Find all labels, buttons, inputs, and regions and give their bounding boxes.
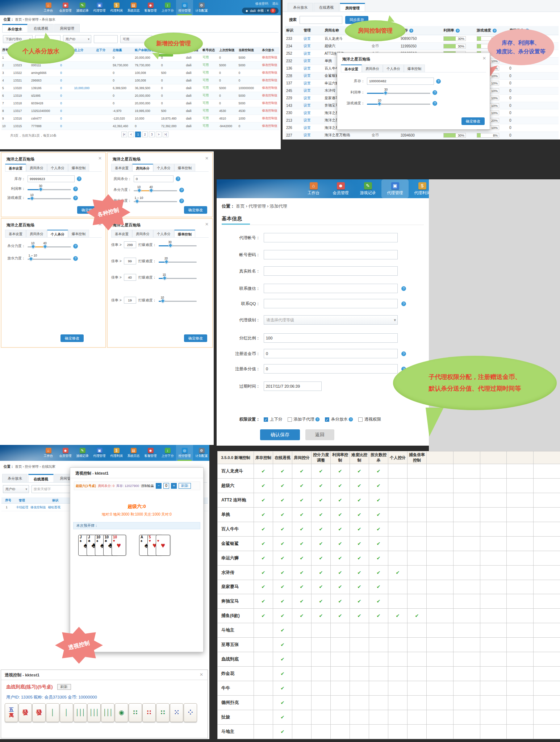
stock-input[interactable]: 100000482 <box>367 78 434 85</box>
close-icon[interactable]: ✕ <box>200 672 203 677</box>
help-icon[interactable]: ? <box>73 256 78 261</box>
settings-link[interactable]: 设置 <box>302 95 323 102</box>
cell[interactable]: 修改控制值 <box>261 115 279 122</box>
nav-item-控分管理[interactable]: ◎控分管理 <box>176 445 193 461</box>
cell[interactable]: 0 <box>59 69 73 77</box>
confirm-modify-button[interactable]: 确定修改 <box>461 117 485 125</box>
close-icon[interactable]: ✕ <box>482 56 486 61</box>
close-icon[interactable]: ✕ <box>205 156 209 161</box>
room-search-input[interactable] <box>300 16 342 24</box>
field-代理级别[interactable]: 请选择代理等级 <box>264 315 398 325</box>
tab-杀分放水[interactable]: 杀分放水 <box>2 24 28 32</box>
breadcrumb-section[interactable]: 代理管理 <box>248 204 266 209</box>
force-value[interactable]: 0 <box>163 483 169 489</box>
tab-个人杀分[interactable]: 个人杀分 <box>47 230 68 237</box>
user-id-select[interactable]: 用户ID <box>3 485 29 493</box>
breadcrumb-section[interactable]: 控分管理 <box>25 464 39 468</box>
tab-基本设置[interactable]: 基本设置 <box>5 230 26 237</box>
help-icon[interactable]: ? <box>179 188 184 192</box>
nav-item-游戏记录[interactable]: ✎游戏记录 <box>354 179 381 198</box>
nav-item-计划配置[interactable]: ⚙计划配置 <box>193 445 209 461</box>
page-button->[interactable]: > <box>156 132 162 137</box>
nav-item-会员管理[interactable]: ☻会员管理 <box>57 445 74 461</box>
confirm-modify-button[interactable]: 确定修改 <box>184 334 207 342</box>
page-button-1[interactable]: 1 <box>135 132 141 137</box>
cell[interactable]: 0 <box>59 107 73 115</box>
nav-item-控分管理[interactable]: ◎控分管理 <box>176 0 193 15</box>
kill-strength-slider[interactable]: 1040 <box>28 243 71 249</box>
keyword-input[interactable]: 搜索关键字 <box>32 485 71 493</box>
cell[interactable]: 0 <box>59 115 73 122</box>
checkbox[interactable] <box>358 417 363 422</box>
nav-item-客服管理[interactable]: ☻客服管理 <box>142 445 159 461</box>
tab-房间杀分[interactable]: 房间杀分 <box>362 64 383 72</box>
cell[interactable]: 0 <box>59 62 73 69</box>
water-strength-slider[interactable]: 1 – 10 <box>134 198 177 203</box>
tab-基本设置[interactable]: 基本设置 <box>111 230 132 237</box>
tab-基本设置[interactable]: 基本设置 <box>111 164 132 171</box>
tab-爆率控制[interactable]: 爆率控制 <box>68 164 89 171</box>
perm-透视权限[interactable]: 透视权限 <box>358 417 381 422</box>
help-icon[interactable]: ? <box>436 79 441 84</box>
nav-item-游戏记录[interactable]: ✎游戏记录 <box>74 445 91 461</box>
force-plus-button[interactable]: + <box>171 483 177 489</box>
cell[interactable]: 修改控制值 <box>261 92 279 100</box>
tab-爆率控制[interactable]: 爆率控制 <box>174 164 195 171</box>
tab-房间杀分[interactable]: 房间杀分 <box>26 164 47 171</box>
nav-item-代理利润[interactable]: $代理利润 <box>409 179 429 198</box>
tab-杀分放水[interactable]: 杀分放水 <box>288 3 313 11</box>
settings-link[interactable]: 设置 <box>302 109 323 117</box>
settings-link[interactable]: 设置 <box>302 35 323 43</box>
row-link-梭哈透视[interactable]: 梭哈透视 <box>48 505 60 510</box>
cell[interactable]: 修改控制值 <box>261 77 279 84</box>
cell[interactable]: 修改控制值 <box>261 84 279 92</box>
nav-item-代理利润[interactable]: $代理利润 <box>108 445 125 461</box>
breadcrumb-home[interactable]: 首页 <box>15 17 22 21</box>
tab-在线透视[interactable]: 在线透视 <box>28 474 54 482</box>
page-button->|[interactable]: >| <box>163 132 168 137</box>
breadcrumb-section[interactable]: 控分管理 <box>25 17 39 21</box>
help-icon[interactable]: ? <box>493 29 497 33</box>
help-icon[interactable]: ? <box>349 417 353 422</box>
close-icon[interactable]: ✕ <box>98 156 102 161</box>
tab-爆率控制[interactable]: 爆率控制 <box>68 230 89 237</box>
nav-item-上分下分[interactable]: ↕上分下分 <box>159 0 176 15</box>
water-strength-slider[interactable]: 1 – 10 <box>28 256 71 261</box>
nav-item-代理管理[interactable]: ▣代理管理 <box>91 445 108 461</box>
checkbox[interactable]: ✓ <box>325 417 329 422</box>
confirm-modify-button[interactable]: 确定修改 <box>184 206 207 214</box>
settings-link[interactable]: 设置 <box>302 65 323 72</box>
help-icon[interactable]: ? <box>77 176 82 181</box>
field-真实姓名[interactable] <box>264 266 398 276</box>
nav-item-系统日志[interactable]: ▤系统日志 <box>125 0 142 15</box>
row-link-修改控制值[interactable]: 修改控制值 <box>30 505 46 510</box>
cell[interactable]: 修改控制值 <box>261 69 279 77</box>
field-分红比例[interactable]: 100 <box>264 333 398 343</box>
burst-difficulty-slider[interactable]: 20 <box>159 259 197 264</box>
difficulty-slider[interactable]: 10 <box>28 195 71 200</box>
tab-房间杀分[interactable]: 房间杀分 <box>26 230 47 237</box>
help-icon[interactable]: ? <box>401 351 406 356</box>
back-button[interactable]: 返回 <box>305 429 334 440</box>
nav-item-上分下分[interactable]: ↕上分下分 <box>159 445 176 461</box>
settings-link[interactable]: 设置 <box>302 102 323 109</box>
field-代理帐号[interactable] <box>264 233 398 242</box>
tab-房间杀分[interactable]: 房间杀分 <box>132 230 153 237</box>
settings-link[interactable]: 设置 <box>302 80 323 87</box>
change-password-link[interactable]: 修改密码 <box>255 2 268 5</box>
tab-爆率控制[interactable]: 爆率控制 <box>404 64 425 72</box>
settings-link[interactable]: 设置 <box>302 72 323 80</box>
burst-difficulty-slider[interactable]: 10 <box>159 298 197 303</box>
tab-基本设置[interactable]: 基本设置 <box>341 64 362 72</box>
page-button-<[interactable]: < <box>128 132 134 137</box>
help-icon[interactable]: ? <box>73 196 78 200</box>
room-kill-input[interactable]: 0 <box>134 175 174 182</box>
tab-在线透视[interactable]: 在线透视 <box>28 24 54 32</box>
refresh-button[interactable]: 刷新 <box>179 483 191 489</box>
nav-item-游戏记录[interactable]: ✎游戏记录 <box>74 0 91 15</box>
nav-item-工作台[interactable]: ⌂工作台 <box>300 179 327 198</box>
help-icon[interactable]: ? <box>315 417 320 422</box>
confirm-modify-button[interactable]: 确定修改 <box>60 334 84 342</box>
settings-link[interactable]: 设置 <box>302 87 323 95</box>
force-minus-button[interactable]: − <box>156 483 162 489</box>
